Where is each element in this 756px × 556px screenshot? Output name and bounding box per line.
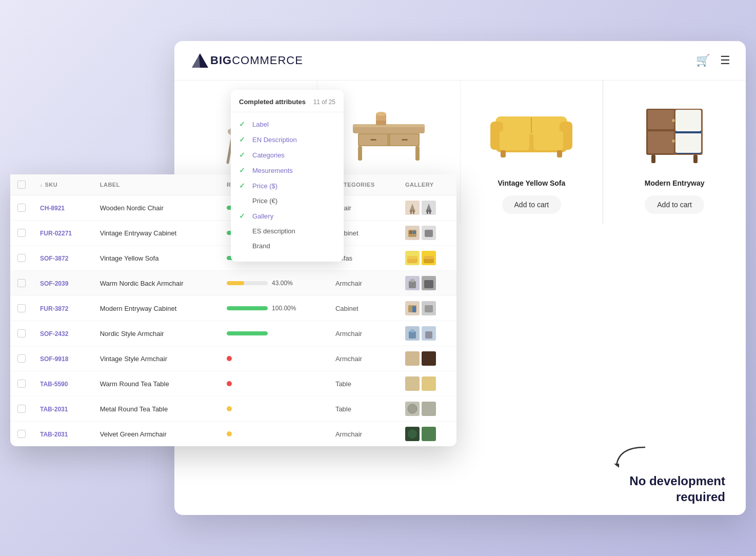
sku-cell[interactable]: SOF-2432 — [33, 321, 93, 346]
checkbox-9[interactable] — [17, 405, 26, 413]
check-icon: ✓ — [239, 120, 247, 128]
tooltip-item-price-usd[interactable]: ✓ Price ($) — [231, 178, 344, 193]
sofa-svg — [485, 101, 578, 163]
tooltip-item-price-eur[interactable]: Price (€) — [231, 193, 344, 208]
svg-point-41 — [672, 119, 675, 122]
gallery-cell — [398, 221, 456, 246]
tooltip-label-text: EN Description — [252, 136, 297, 144]
table-row: SOF-9918 Vintage Style Armchair Armchair — [10, 346, 456, 371]
svg-marker-49 — [426, 204, 432, 212]
label-cell: Vintage Entryway Cabinet — [93, 221, 220, 246]
tooltip-item-es-desc[interactable]: ES description — [231, 224, 344, 239]
product-card-cabinet: Modern Entryway Add to cart — [603, 81, 746, 224]
col-checkbox — [10, 174, 33, 195]
tooltip-label-text: Price (€) — [252, 197, 277, 205]
no-dev-text: No development required — [629, 473, 725, 505]
checkbox-3[interactable] — [17, 254, 26, 262]
product-card-sofa: Vintage Yellow Sofa Add to cart — [461, 81, 604, 224]
label-cell: Warm Nordic Back Armchair — [93, 271, 220, 296]
no-dev-section: No development required — [629, 473, 725, 505]
svg-rect-44 — [693, 155, 698, 163]
tooltip-label-text: ES description — [252, 227, 295, 235]
header-checkbox[interactable] — [17, 181, 26, 189]
tooltip-label-text: Categories — [252, 151, 285, 159]
status-dot-red — [227, 381, 232, 386]
svg-marker-46 — [409, 204, 415, 212]
svg-rect-37 — [675, 131, 701, 133]
checkbox-5[interactable] — [17, 304, 26, 312]
svg-rect-12 — [353, 124, 425, 127]
label-cell: Nordic Style Armchair — [93, 321, 220, 346]
sku-cell[interactable]: SOF-3872 — [33, 246, 93, 271]
tooltip-item-en-desc[interactable]: ✓ EN Description — [231, 132, 344, 147]
table-row: SOF-2432 Nordic Style Armchair Armchair — [10, 321, 456, 346]
col-gallery[interactable]: GALLERY — [398, 174, 456, 195]
table-row: SOF-2039 Warm Nordic Back Armchair 43.00… — [10, 271, 456, 296]
add-to-cart-sofa[interactable]: Add to cart — [502, 195, 562, 214]
svg-rect-62 — [424, 280, 433, 288]
row-checkbox — [10, 296, 33, 321]
table-row: TAB-5590 Warm Round Tea Table Table — [10, 371, 456, 396]
svg-rect-57 — [407, 256, 417, 259]
svg-rect-48 — [413, 210, 414, 214]
progress-cell — [220, 396, 328, 422]
checkbox-2[interactable] — [17, 229, 26, 237]
storefront-nav: 🛒 ☰ — [696, 54, 730, 67]
sku-cell[interactable]: SOF-9918 — [33, 346, 93, 371]
checkbox-6[interactable] — [17, 329, 26, 337]
tooltip-item-brand[interactable]: Brand — [231, 239, 344, 253]
checkbox-10[interactable] — [17, 430, 26, 438]
checkbox-8[interactable] — [17, 380, 26, 388]
row-checkbox — [10, 321, 33, 346]
tooltip-label-text: Gallery — [252, 212, 273, 220]
svg-rect-60 — [409, 281, 416, 288]
svg-rect-53 — [409, 231, 412, 234]
checkbox-7[interactable] — [17, 354, 26, 363]
gallery-cell — [398, 321, 456, 346]
svg-marker-1 — [192, 55, 200, 68]
category-cell: Armchair — [328, 321, 398, 346]
svg-rect-65 — [425, 305, 433, 312]
checkbox-1[interactable] — [17, 204, 26, 212]
label-cell: Velvet Green Armchair — [93, 422, 220, 447]
sku-cell[interactable]: CH-8921 — [33, 195, 93, 221]
row-checkbox — [10, 371, 33, 396]
cart-icon[interactable]: 🛒 — [696, 54, 710, 67]
row-checkbox — [10, 396, 33, 422]
row-checkbox — [10, 195, 33, 221]
menu-icon[interactable]: ☰ — [720, 54, 730, 67]
arrow-curve-icon — [609, 442, 650, 473]
col-sku[interactable]: ↓SKU — [33, 174, 93, 195]
svg-rect-19 — [415, 146, 420, 161]
check-icon: ✓ — [239, 135, 247, 144]
progress-cell: 100.00% — [220, 296, 328, 321]
sku-cell[interactable]: TAB-2031 — [33, 422, 93, 447]
checkbox-4[interactable] — [17, 279, 26, 287]
progress-cell — [220, 346, 328, 371]
add-to-cart-cabinet[interactable]: Add to cart — [645, 195, 704, 214]
tooltip-item-gallery[interactable]: ✓ Gallery — [231, 208, 344, 224]
tooltip-item-categories[interactable]: ✓ Categories — [231, 147, 344, 163]
svg-rect-50 — [427, 210, 428, 214]
row-checkbox — [10, 422, 33, 447]
sku-cell[interactable]: TAB-5590 — [33, 371, 93, 396]
sku-cell[interactable]: TAB-2031 — [33, 396, 93, 422]
sku-cell[interactable]: FUR-3872 — [33, 296, 93, 321]
svg-rect-31 — [557, 150, 562, 157]
svg-rect-21 — [376, 121, 386, 125]
sku-cell[interactable]: SOF-2039 — [33, 271, 93, 296]
tooltip-label-text: Price ($) — [252, 182, 277, 190]
gallery-cell — [398, 396, 456, 422]
tooltip-item-label[interactable]: ✓ Label — [231, 116, 344, 132]
row-checkbox — [10, 346, 33, 371]
svg-rect-68 — [425, 331, 432, 339]
table-svg — [348, 101, 430, 163]
tooltip-item-measurements[interactable]: ✓ Mesurements — [231, 163, 344, 178]
col-label[interactable]: LABEL — [93, 174, 220, 195]
storefront-header: BIGCOMMERCE 🛒 ☰ — [174, 41, 746, 81]
row-checkbox — [10, 246, 33, 271]
sku-cell[interactable]: FUR-02271 — [33, 221, 93, 246]
gallery-cell — [398, 246, 456, 271]
svg-rect-17 — [402, 139, 408, 141]
product-name-cabinet: Modern Entryway — [645, 179, 705, 187]
